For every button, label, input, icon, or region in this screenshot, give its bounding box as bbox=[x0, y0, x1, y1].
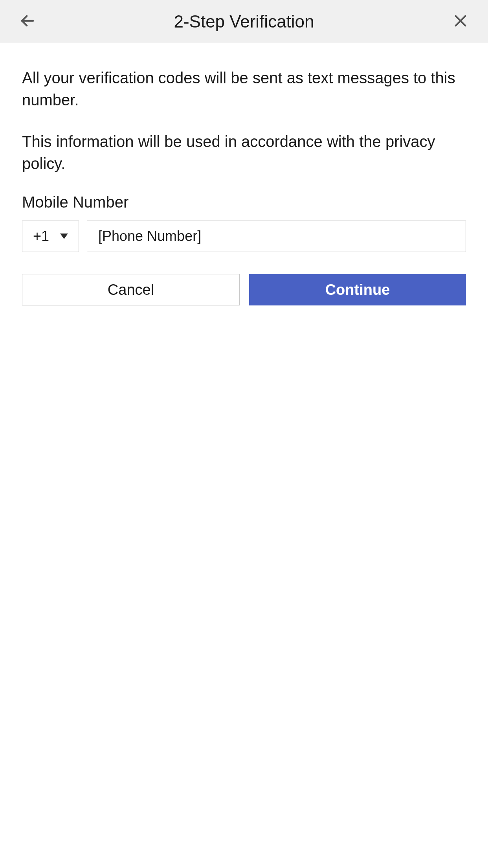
content-area: All your verification codes will be sent… bbox=[0, 43, 488, 329]
mobile-number-label: Mobile Number bbox=[22, 193, 466, 211]
country-code-value: +1 bbox=[33, 228, 49, 245]
cancel-button[interactable]: Cancel bbox=[22, 274, 240, 305]
description-text-1: All your verification codes will be sent… bbox=[22, 67, 466, 111]
continue-button[interactable]: Continue bbox=[249, 274, 466, 305]
page-title: 2-Step Verification bbox=[174, 12, 314, 31]
description-text-2: This information will be used in accorda… bbox=[22, 131, 466, 175]
chevron-down-icon bbox=[60, 234, 68, 239]
header: 2-Step Verification bbox=[0, 0, 488, 43]
arrow-left-icon bbox=[19, 13, 36, 31]
close-icon bbox=[452, 13, 469, 31]
close-button[interactable] bbox=[449, 10, 472, 33]
button-row: Cancel Continue bbox=[22, 274, 466, 305]
phone-input-row: +1 bbox=[22, 221, 466, 252]
back-button[interactable] bbox=[16, 10, 39, 33]
country-code-select[interactable]: +1 bbox=[22, 221, 79, 252]
phone-number-input[interactable] bbox=[87, 221, 466, 252]
